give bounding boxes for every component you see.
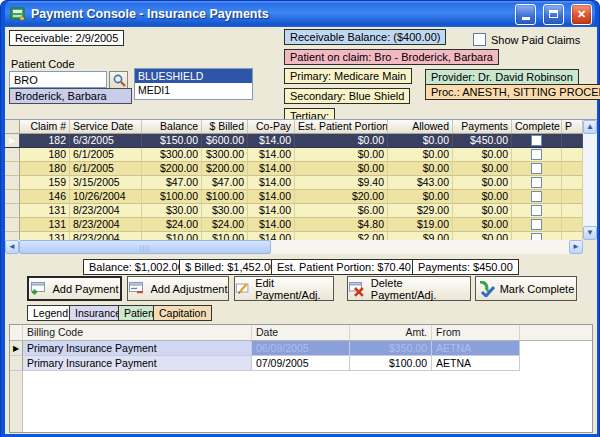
payments-table-body: ▶Primary Insurance Payment06/09/2005$350… [10,341,592,371]
claims-cell: $14.00 [248,190,295,204]
v-scroll-track[interactable] [583,134,597,226]
claims-cell-stub [562,134,583,148]
claims-cell: 8/23/2004 [70,218,142,232]
claims-cell: $0.00 [453,190,512,204]
claims-cell: $0.00 [453,176,512,190]
scroll-left-icon[interactable]: ◄ [5,240,19,254]
claims-cell: $0.00 [453,204,512,218]
claims-cell: $14.00 [248,218,295,232]
claims-cell: 8/23/2004 [70,232,142,240]
claims-column-header: Balance [142,120,202,133]
delete-payment-button[interactable]: Delete Payment/Adj. [347,276,471,301]
claims-cell: $0.00 [388,190,453,204]
payments-header: Billing CodeDateAmt.From [10,325,592,341]
payments-row[interactable]: Primary Insurance Payment07/09/2005$100.… [10,356,592,371]
claims-cell: $19.00 [388,218,453,232]
row-selector [5,232,20,240]
claims-horizontal-scrollbar[interactable]: ◄ |||| ► [5,240,597,254]
payments-row[interactable]: ▶Primary Insurance Payment06/09/2005$350… [10,341,592,356]
complete-checkbox[interactable] [531,219,542,230]
claims-cell: $43.00 [388,176,453,190]
claims-cell-stub [562,218,583,232]
claims-cell: $9.00 [388,232,453,240]
insurance-list-item[interactable]: MEDI1 [135,83,252,97]
close-button[interactable]: ✕ [571,4,592,25]
complete-checkbox[interactable] [531,163,542,174]
claims-cell-stub [562,162,583,176]
claims-cell: 180 [20,148,70,162]
claims-cell: $300.00 [202,148,248,162]
client-area: Receivable: 2/9/2005 Receivable Balance:… [5,27,597,434]
claims-cell: $200.00 [142,162,202,176]
payments-column-header: Amt. [350,325,432,340]
claims-row[interactable]: 14610/26/2004$100.00$100.00$14.00$20.00$… [5,190,583,204]
payments-column-header: Date [252,325,350,340]
claims-cell: $300.00 [142,148,202,162]
complete-checkbox[interactable] [531,177,542,188]
show-paid-claims-label: Show Paid Claims [491,34,580,46]
procedure-box: Proc.: ANESTH, SITTING PROCEDURE [425,84,600,100]
claims-cell: $29.00 [388,204,453,218]
claims-cell: $450.00 [453,134,512,148]
complete-checkbox[interactable] [531,135,542,146]
complete-checkbox[interactable] [531,149,542,160]
h-scroll-thumb[interactable]: |||| [19,240,271,254]
h-scroll-track[interactable] [271,240,569,254]
claims-cell: $0.00 [295,148,388,162]
add-adjustment-button[interactable]: Add Adjustment [127,276,229,301]
claims-cell-stub [562,190,583,204]
complete-checkbox[interactable] [531,205,542,216]
claims-column-header: $ Billed [202,120,248,133]
patient-search-button[interactable] [109,71,128,89]
claims-cell: 6/3/2005 [70,134,142,148]
claims-column-header: Payments [453,120,512,133]
patient-code-input[interactable] [9,71,107,88]
header-gutter [10,325,23,340]
claims-row[interactable]: 1318/23/2004$24.00$24.00$14.00$4.80$19.0… [5,218,583,232]
claims-cell: 3/15/2005 [70,176,142,190]
claims-cell: 131 [20,218,70,232]
edit-payment-button[interactable]: Edit Payment/Adj. [234,276,334,301]
claims-cell: $600.00 [202,134,248,148]
patient-on-claim-box: Patient on claim: Bro - Broderick, Barba… [284,49,499,65]
summary-balance: Balance: $1,002.00 [83,259,190,275]
mark-complete-icon [478,281,495,297]
claims-cell: $0.00 [388,134,453,148]
claims-row[interactable]: 1593/15/2005$47.00$47.00$14.00$9.40$43.0… [5,176,583,190]
claims-cell: $24.00 [202,218,248,232]
claims-row[interactable]: 1318/23/2004$30.00$30.00$14.00$6.00$29.0… [5,204,583,218]
scroll-up-icon[interactable]: ▲ [583,120,597,134]
claims-column-header: Complete [512,120,562,133]
complete-checkbox[interactable] [531,233,542,240]
complete-checkbox[interactable] [531,191,542,202]
show-paid-claims-checkbox[interactable] [473,33,486,46]
claims-row[interactable]: 1806/1/2005$300.00$300.00$14.00$0.00$0.0… [5,148,583,162]
claims-cell-stub [562,148,583,162]
maximize-button[interactable] [543,4,564,25]
window-title: Payment Console - Insurance Payments [31,7,508,21]
payments-column-header: From [432,325,520,340]
scroll-right-icon[interactable]: ► [569,240,583,254]
primary-insurance-box: Primary: Medicare Main [284,68,412,84]
claims-cell: $14.00 [248,148,295,162]
claims-cell: $47.00 [202,176,248,190]
claims-row[interactable]: ▶1826/3/2005$150.00$600.00$14.00$0.00$0.… [5,134,583,148]
claims-column-header: Claim # [20,120,70,133]
insurance-list-item[interactable]: BLUESHIELD [135,69,252,83]
claims-row[interactable]: 1318/23/2004$10.00$10.00$14.00$2.00$9.00… [5,232,583,240]
maximize-icon [549,10,558,18]
payments-column-header: Billing Code [23,325,252,340]
insurance-listbox[interactable]: BLUESHIELDMEDI1 [134,68,253,100]
claims-row[interactable]: 1806/1/2005$200.00$200.00$14.00$0.00$0.0… [5,162,583,176]
claims-vertical-scrollbar[interactable]: ▲ ▼ [583,120,597,240]
payments-cell: 07/09/2005 [252,356,350,371]
scroll-down-icon[interactable]: ▼ [583,226,597,240]
mark-complete-button[interactable]: Mark Complete [475,276,577,301]
add-payment-button[interactable]: Add Payment [27,276,122,301]
minimize-button[interactable] [515,4,536,25]
claims-cell: $100.00 [142,190,202,204]
titlebar[interactable]: Payment Console - Insurance Payments ✕ [5,1,595,27]
receivable-date-box: Receivable: 2/9/2005 [9,30,124,46]
claims-column-header: Co-Pay [248,120,295,133]
claims-cell: 180 [20,162,70,176]
